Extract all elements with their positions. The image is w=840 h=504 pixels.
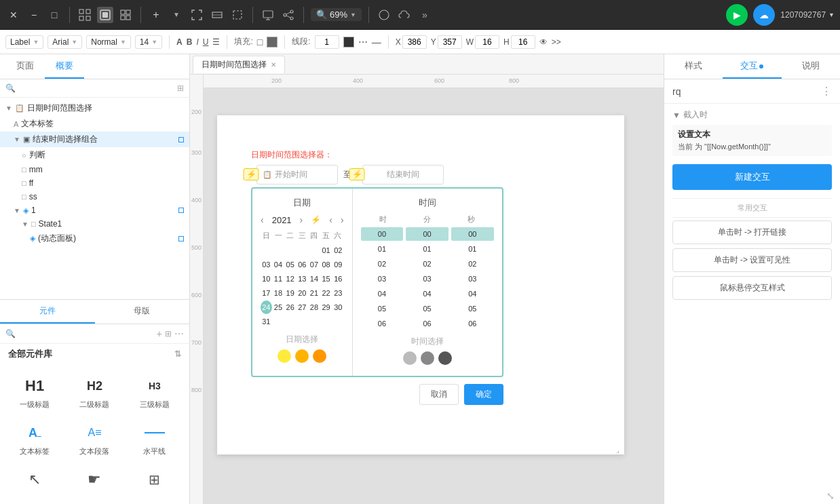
time-h-05[interactable]: 05 <box>361 302 404 315</box>
copy-comp-icon[interactable]: ⊞ <box>165 329 172 338</box>
day-30[interactable]: 30 <box>332 301 344 314</box>
lib-chevron-icon[interactable]: ⇅ <box>174 349 181 359</box>
comp-layers[interactable]: ⊞ <box>126 463 184 499</box>
comp-text-para[interactable]: A≡ 文本段落 <box>65 416 123 462</box>
comp-h1[interactable]: H1 一级标题 <box>5 370 64 415</box>
interact-hover-btn[interactable]: 鼠标悬停交互样式 <box>672 276 832 300</box>
close-icon[interactable]: ✕ <box>5 7 22 23</box>
h-input[interactable] <box>511 35 535 49</box>
day-22[interactable]: 22 <box>320 286 332 300</box>
resize-handle-br[interactable]: ⌟ <box>616 446 623 453</box>
font-weight-select[interactable]: Normal ▼ <box>86 35 131 49</box>
play-button[interactable]: ▶ <box>726 4 748 26</box>
day-24[interactable]: 24 <box>261 301 272 314</box>
comp-cursor[interactable]: ↖ <box>5 463 64 499</box>
line-value-input[interactable] <box>315 35 339 49</box>
time-m-02[interactable]: 02 <box>406 257 448 271</box>
tab-component[interactable]: 元件 <box>0 300 95 324</box>
day-02[interactable]: 02 <box>332 244 344 257</box>
more-options-btn[interactable]: ⋮ <box>821 85 832 98</box>
time-s-06[interactable]: 06 <box>451 317 494 330</box>
day-10[interactable]: 10 <box>261 272 272 286</box>
share-icon[interactable] <box>280 7 297 23</box>
component-search-input[interactable] <box>18 329 154 338</box>
crop-icon[interactable] <box>229 7 246 23</box>
time-m-00[interactable]: 00 <box>406 227 448 241</box>
layer-item-text-label[interactable]: A 文本标签 <box>0 116 189 132</box>
day-15[interactable]: 15 <box>320 272 332 286</box>
day-23[interactable]: 23 <box>332 286 344 300</box>
comp-hand[interactable]: ☛ <box>65 463 123 499</box>
day-26[interactable]: 26 <box>284 301 296 314</box>
prev-month-btn[interactable]: ‹ <box>261 214 264 225</box>
layer-item-dynamic-panel[interactable]: ◈ (动态面板) <box>0 231 189 246</box>
day-29[interactable]: 29 <box>320 301 332 314</box>
font-select[interactable]: Arial ▼ <box>47 35 82 49</box>
day-12[interactable]: 12 <box>284 272 296 286</box>
cloud-up-icon[interactable] <box>396 7 413 23</box>
grid-icon[interactable] <box>77 7 93 23</box>
tab-pages[interactable]: 页面 <box>5 54 45 79</box>
day-13[interactable]: 13 <box>297 272 308 286</box>
time-h-00[interactable]: 00 <box>361 227 404 241</box>
time-s-01[interactable]: 01 <box>451 242 494 256</box>
time-m-01[interactable]: 01 <box>406 242 448 256</box>
day-18[interactable]: 18 <box>273 286 284 300</box>
italic-icon[interactable]: I <box>196 37 198 47</box>
layer-item-1[interactable]: ▼ ◈ 1 <box>0 203 189 217</box>
tab-style[interactable]: 样式 <box>664 54 723 79</box>
day-09[interactable]: 09 <box>332 258 344 271</box>
line-color-box[interactable] <box>343 37 354 47</box>
comp-text-label[interactable]: A_ 文本标签 <box>5 416 64 462</box>
confirm-button[interactable]: 确定 <box>464 384 503 405</box>
expand-icon-br[interactable]: ⤡ <box>826 490 835 501</box>
day-04[interactable]: 04 <box>273 258 284 271</box>
time-s-04[interactable]: 04 <box>451 287 494 301</box>
layer-item-end-group[interactable]: ▼ ▣ 结束时间选择组合 <box>0 132 189 147</box>
more-props-icon[interactable]: >> <box>552 37 561 47</box>
list-icon[interactable]: ☰ <box>212 37 220 47</box>
time-s-02[interactable]: 02 <box>451 257 494 271</box>
day-20[interactable]: 20 <box>297 286 308 300</box>
time-h-04[interactable]: 04 <box>361 287 404 301</box>
day-31[interactable]: 31 <box>261 315 272 328</box>
frame-icon[interactable] <box>189 7 205 23</box>
canvas-tab-main[interactable]: 日期时间范围选择 ✕ <box>193 56 285 73</box>
time-m-04[interactable]: 04 <box>406 287 448 301</box>
layer-item-mm[interactable]: □ mm <box>0 163 189 176</box>
day-27[interactable]: 27 <box>297 301 308 314</box>
select-icon[interactable] <box>97 7 113 23</box>
visibility-icon[interactable]: 👁 <box>539 37 548 47</box>
tab-explain[interactable]: 说明 <box>782 54 840 79</box>
maximize-icon[interactable]: □ <box>46 7 62 23</box>
bold-icon[interactable]: B <box>187 37 193 47</box>
day-03[interactable]: 03 <box>261 258 272 271</box>
day-07[interactable]: 07 <box>309 258 320 271</box>
outline-search-input[interactable] <box>18 83 174 93</box>
secondary-prev-btn[interactable]: ‹ <box>329 214 332 225</box>
time-m-06[interactable]: 06 <box>406 317 448 330</box>
y-input[interactable] <box>438 35 462 49</box>
time-h-02[interactable]: 02 <box>361 257 404 271</box>
day-21[interactable]: 21 <box>309 286 320 300</box>
time-h-01[interactable]: 01 <box>361 242 404 256</box>
fill-color-box[interactable] <box>267 37 278 47</box>
tab-outline[interactable]: 概要 <box>45 54 84 79</box>
day-25[interactable]: 25 <box>273 301 284 314</box>
layer-item-ff[interactable]: □ ff <box>0 176 189 190</box>
day-08[interactable]: 08 <box>320 258 332 271</box>
add-chevron-icon[interactable]: ▼ <box>168 7 185 23</box>
comp-h3[interactable]: H3 三级标题 <box>126 370 184 415</box>
screen-icon[interactable] <box>260 7 276 23</box>
fill-style-icon[interactable]: □ <box>257 37 263 47</box>
x-input[interactable] <box>402 35 427 49</box>
font-size-select[interactable]: 14 ▼ <box>135 35 162 49</box>
time-m-03[interactable]: 03 <box>406 272 448 286</box>
minimize-icon[interactable]: − <box>26 7 42 23</box>
day-28[interactable]: 28 <box>309 301 320 314</box>
filter-icon[interactable]: ⊞ <box>177 83 184 93</box>
bold-btn[interactable]: A <box>176 37 183 47</box>
day-17[interactable]: 17 <box>261 286 272 300</box>
layer-item-date-range[interactable]: ▼ 📋 日期时间范围选择 <box>0 100 189 116</box>
layer-item-state1[interactable]: ▼ □ State1 <box>0 217 189 231</box>
